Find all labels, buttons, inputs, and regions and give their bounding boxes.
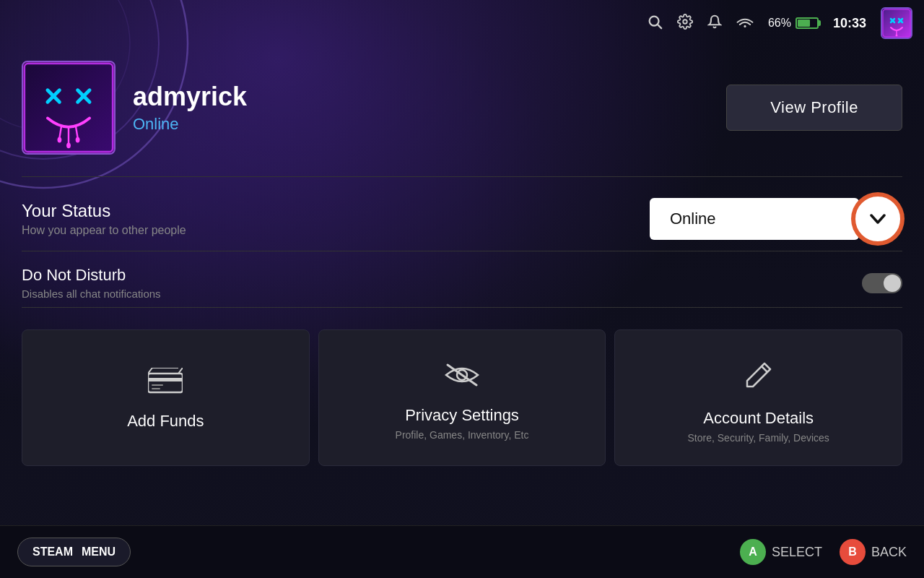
btn-a-label: A <box>749 545 757 558</box>
your-status-description: How you appear to other people <box>22 224 186 237</box>
toggle-knob <box>884 275 901 292</box>
account-details-subtitle: Store, Security, Family, Devices <box>688 432 829 444</box>
btn-b-circle: B <box>840 539 866 565</box>
account-details-title: Account Details <box>703 409 814 428</box>
avatar-svg <box>882 9 911 38</box>
profile-info: admyrick Online <box>133 82 247 134</box>
battery-bar <box>796 17 819 29</box>
btn-b-label: B <box>848 545 857 558</box>
svg-point-23 <box>66 142 71 148</box>
battery-section: 66% <box>768 17 819 30</box>
bottom-bar: STEAM MENU A SELECT B BACK <box>0 525 924 578</box>
status-section: Your Status How you appear to other peop… <box>22 177 902 251</box>
chevron-down-icon <box>870 214 886 224</box>
svg-rect-29 <box>148 378 183 381</box>
pencil-icon <box>743 359 775 397</box>
svg-point-13 <box>896 35 898 37</box>
battery-percent-label: 66% <box>768 17 791 30</box>
dnd-section: Do Not Disturb Disables all chat notific… <box>22 251 902 307</box>
svg-line-4 <box>658 25 661 28</box>
view-profile-button[interactable]: View Profile <box>726 85 902 131</box>
select-control: A SELECT <box>740 539 822 565</box>
back-control: B BACK <box>840 539 907 565</box>
account-details-card[interactable]: Account Details Store, Security, Family,… <box>614 329 902 466</box>
username-label: admyrick <box>133 82 247 112</box>
back-label: BACK <box>871 545 907 560</box>
user-avatar-top[interactable] <box>881 7 912 39</box>
btn-a-circle: A <box>740 539 766 565</box>
svg-point-5 <box>683 20 687 24</box>
main-content: admyrick Online View Profile Your Status… <box>0 46 924 466</box>
status-dropdown-button[interactable] <box>853 194 902 243</box>
settings-icon[interactable] <box>677 14 693 33</box>
profile-section: admyrick Online View Profile <box>22 46 902 176</box>
svg-point-25 <box>76 137 80 143</box>
status-current-value: Online <box>670 210 716 228</box>
wifi-icon <box>736 15 754 28</box>
svg-point-21 <box>57 137 61 143</box>
dnd-toggle[interactable] <box>862 273 902 293</box>
wallet-icon <box>148 368 183 400</box>
svg-point-6 <box>744 25 746 27</box>
dnd-description: Disables all chat notifications <box>22 288 161 300</box>
user-status-label: Online <box>133 115 179 133</box>
status-text-box: Online <box>650 198 859 240</box>
profile-left: admyrick Online <box>22 61 247 155</box>
profile-avatar-svg <box>23 61 114 155</box>
signal-icon <box>736 15 754 32</box>
top-bar: 66% 10:33 <box>0 0 924 46</box>
steam-label: STEAM <box>32 545 73 558</box>
status-label: Your Status How you appear to other peop… <box>22 201 186 237</box>
privacy-settings-card[interactable]: Privacy Settings Profile, Games, Invento… <box>318 329 606 466</box>
eye-slash-icon <box>443 362 481 394</box>
divider-3 <box>22 307 902 308</box>
privacy-settings-subtitle: Profile, Games, Inventory, Etc <box>396 429 529 441</box>
menu-label: MENU <box>82 545 116 558</box>
profile-avatar <box>22 61 116 155</box>
search-icon[interactable] <box>647 14 663 33</box>
svg-line-37 <box>762 366 767 372</box>
cards-section: Add Funds Privacy Settings Profile, Game… <box>22 329 902 466</box>
add-funds-title: Add Funds <box>127 412 204 431</box>
notification-icon[interactable] <box>707 14 722 33</box>
steam-menu-button[interactable]: STEAM MENU <box>17 538 131 566</box>
bottom-controls: A SELECT B BACK <box>740 539 907 565</box>
select-label: SELECT <box>772 545 822 560</box>
dnd-heading: Do Not Disturb <box>22 266 161 285</box>
battery-fill <box>798 20 810 27</box>
privacy-icon-svg <box>443 362 481 388</box>
account-icon-svg <box>743 359 775 391</box>
privacy-settings-title: Privacy Settings <box>405 406 519 425</box>
status-dropdown-container[interactable]: Online <box>650 194 902 243</box>
add-funds-icon-svg <box>148 368 183 394</box>
your-status-heading: Your Status <box>22 201 186 221</box>
add-funds-card[interactable]: Add Funds <box>22 329 310 466</box>
time-display: 10:33 <box>833 16 866 31</box>
avatar-face <box>882 9 911 38</box>
dnd-label: Do Not Disturb Disables all chat notific… <box>22 266 161 300</box>
svg-rect-28 <box>148 374 183 392</box>
